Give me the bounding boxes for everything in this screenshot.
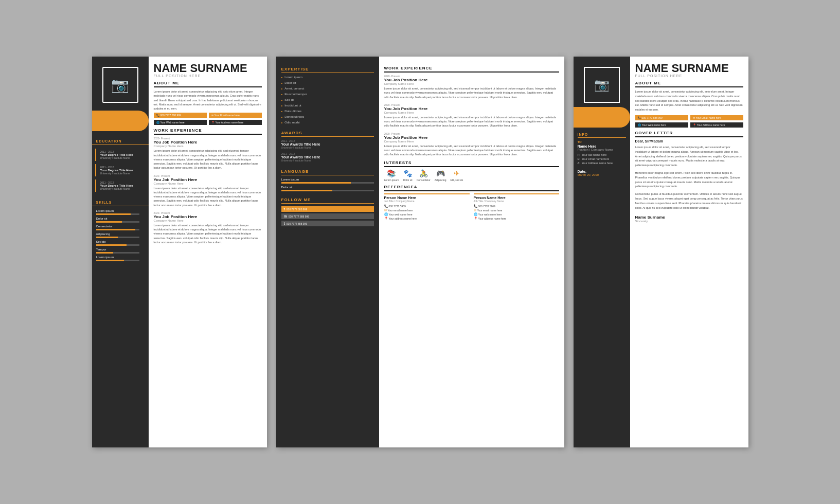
cover-orange-curve — [574, 107, 630, 128]
work-title-1: WORK EXPERIENCE — [154, 128, 262, 135]
cover-phone-btn: 📞 000 7777 888 999 — [635, 115, 688, 120]
address-icon: 📍 — [384, 217, 388, 220]
cover-right-panel: NAME SURNAME FULL POSITION HERE ABOUT ME… — [630, 57, 748, 447]
interest-icon-3: 🚴 — [419, 169, 428, 177]
bullet-dot: • — [281, 110, 283, 114]
resume-page-1: 📷 EDUCATION 2011 - 2012 Your Degree Titl… — [92, 57, 267, 447]
address-icon: 📍 — [474, 217, 477, 220]
interest-2: 🐾 Dolor sit — [403, 169, 412, 182]
phone-icon: 📞 — [384, 204, 388, 208]
ref-1: Person Name Here Job Title / Company Nam… — [384, 193, 470, 221]
to-email-row: E: Your email name here — [578, 157, 626, 160]
work-title-2: WORK EXPERIENCE — [384, 66, 559, 73]
email-icon-1: ✉ — [211, 114, 213, 117]
interest-icon-2: 🐾 — [403, 169, 412, 177]
email-icon: ✉ — [474, 208, 476, 212]
skill-2: Dolor sit — [92, 216, 149, 224]
skill-6: Tempor — [92, 247, 149, 255]
work-item-3: 2020- Present You Job Position Here Comp… — [154, 211, 262, 244]
awards-title: AWARDS — [281, 131, 374, 137]
interest-5: ✈ Elit, sed do — [451, 169, 463, 182]
expertise-7: • Duis ultrices — [281, 110, 374, 114]
email-btn-1: ✉ Your Email name here — [209, 113, 262, 118]
ref-phone-1: 📞 000 7778 5969 — [384, 204, 470, 208]
award-2: 2011 - 2012 Your Awards Title Here Unive… — [281, 152, 374, 162]
expertise-8: • Donec ultrices — [281, 115, 374, 119]
facebook-icon: f — [284, 207, 285, 211]
to-phone-row: P: Your call name here — [578, 153, 626, 156]
ref-email-2: ✉ Your email name here — [474, 208, 559, 212]
interest-icon-5: ✈ — [454, 169, 460, 177]
cover-contact-row-1: 📞 000 7777 888 999 ✉ Your Email name her… — [635, 115, 743, 120]
expertise-2: • Dolor sit — [281, 81, 374, 85]
page2-left-panel: EXPERTISE • Lorem ipsum • Dolor sit • Am… — [276, 57, 379, 447]
cover-sign-name: Name Surname — [635, 215, 743, 220]
web-icon-1: 🌐 — [156, 121, 159, 124]
interest-3: 🚴 Consectetur — [417, 169, 431, 182]
twitter-icon: t — [284, 222, 285, 225]
about-text-1: Lorem ipsum dolor sit amet, consectetur … — [154, 89, 262, 111]
lang-1: Lorem ipsum — [281, 178, 374, 184]
expertise-6: • Incididunt ut — [281, 104, 374, 108]
contact-row-2: 🌐 Your Web name here 📍 Your Address name… — [154, 120, 262, 125]
about-title-1: ABOUT ME — [154, 81, 262, 87]
cover-address-icon: 📍 — [693, 123, 696, 127]
cover-sincerely: Sincerely, — [635, 220, 743, 223]
edu-item-2: 2011 - 2012 Your Degree Title Here Unive… — [95, 164, 146, 176]
cover-phone-icon: 📞 — [638, 116, 641, 119]
language-title: LANGUAGE — [281, 169, 374, 175]
bullet-dot: • — [281, 98, 283, 102]
skill-4: Adipiscing — [92, 231, 149, 239]
expertise-list: • Lorem ipsum • Dolor sit • Amet, consec… — [281, 76, 374, 127]
interests-row: 📚 Lorem ipsum 🐾 Dolor sit 🚴 Consectetur … — [384, 169, 559, 182]
date-value: March 20, 2030 — [578, 173, 626, 176]
cover-position: FULL POSITION HERE — [635, 74, 743, 78]
cover-address-btn: 📍 Your Address name here — [690, 122, 743, 128]
about-title-cover: ABOUT ME — [635, 81, 743, 87]
cover-body-3: Consectetur purus ut faucibus pulvinar e… — [635, 192, 743, 210]
ref-web-1: 🌐 Your web name here — [384, 212, 470, 216]
work-item-1: 2020- Present You Job Position Here Comp… — [154, 137, 262, 170]
ref-email-1: ✉ Your email name here — [384, 208, 470, 212]
cover-email-btn: ✉ Your Email name here — [690, 115, 743, 120]
cover-body-2: Hendrerit dolor magna eget est lorem. Pr… — [635, 171, 743, 189]
web-btn-1: 🌐 Your Web name here — [154, 120, 207, 125]
camera-icon-1: 📷 — [111, 77, 129, 94]
expertise-3: • Amet, consect — [281, 87, 374, 91]
references-title: REFERENCEA — [384, 185, 559, 191]
cover-name: NAME SURNAME — [635, 63, 743, 74]
cover-email-icon: ✉ — [693, 116, 695, 119]
cover-left-panel: 📷 INFO TO Name Here Position / Company N… — [574, 57, 630, 447]
ref-phone-2: 📞 000 7778 5969 — [474, 204, 559, 208]
cover-body-1: Lorem ipsum dolor sit amet, consectetur … — [635, 145, 743, 168]
dear-text: Dear, Sir/Madam — [635, 139, 743, 143]
info-title: INFO — [578, 133, 626, 138]
interest-icon-4: 🎮 — [436, 169, 445, 177]
cover-wrapper: 📷 INFO TO Name Here Position / Company N… — [574, 57, 748, 447]
follow-twitter: t 000 7777 888 999 — [281, 221, 374, 226]
skill-1: Lorem ipsum — [92, 208, 149, 216]
resume-name-1: NAME SURNAME — [154, 63, 262, 74]
expertise-9: • Odio morbi — [281, 121, 374, 125]
phone-btn-1: 📞 000 7777 888 999 — [154, 113, 207, 118]
cover-contact-row-2: 🌐 Your Web name here 📍 Your Address name… — [635, 122, 743, 128]
follow-facebook: f 000 7777 888 999 — [281, 206, 374, 212]
p2-work-1: 2020- Present You Job Position Here Comp… — [384, 75, 559, 99]
expertise-1: • Lorem ipsum — [281, 76, 374, 80]
follow-linkedin: in 000 7777 888 999 — [281, 213, 374, 219]
phone-icon-1: 📞 — [156, 114, 159, 117]
work-item-2: 2020- Present You Job Position Here Comp… — [154, 174, 262, 207]
cover-camera-icon: 📷 — [594, 78, 610, 92]
ref-address-1: 📍 Your address name here — [384, 217, 470, 220]
cover-web-icon: 🌐 — [638, 123, 641, 127]
expertise-4: • Eiusmod tempor — [281, 93, 374, 97]
cover-photo: 📷 — [584, 67, 620, 103]
cover-info-block: INFO TO Name Here Position / Company Nam… — [574, 133, 630, 176]
bullet-dot: • — [281, 115, 283, 119]
orange-curve-1 — [92, 111, 149, 131]
cover-letter-title: COVER LETTER — [635, 131, 743, 137]
date-section: Date: March 20, 2030 — [578, 170, 626, 176]
bullet-dot: • — [281, 121, 283, 125]
resume-page-2: EXPERTISE • Lorem ipsum • Dolor sit • Am… — [276, 57, 564, 447]
interest-1: 📚 Lorem ipsum — [384, 169, 399, 182]
